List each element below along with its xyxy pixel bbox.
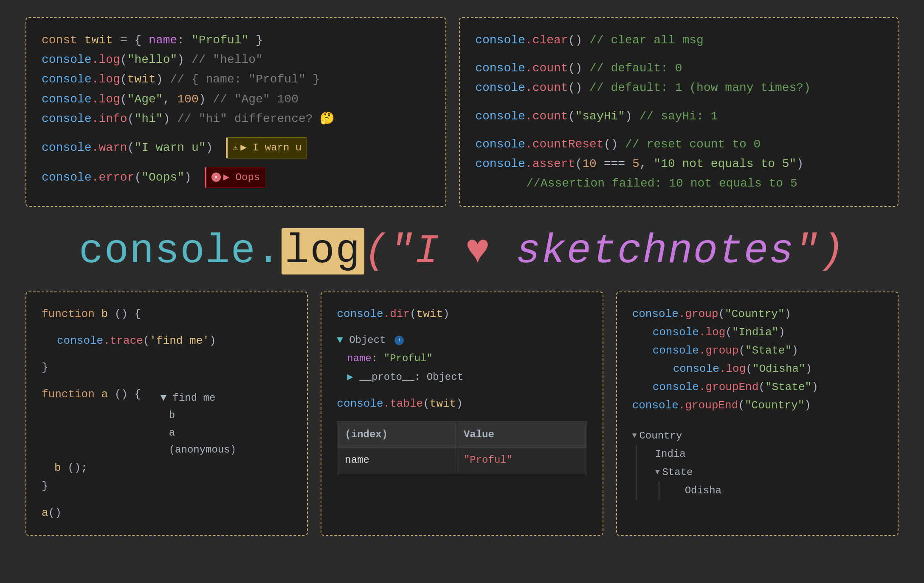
warn-label: ▶ I warn u xyxy=(240,139,301,156)
bottom-right-card: console.group("Country") console.log("In… xyxy=(616,292,899,536)
table-header-index: (index) xyxy=(337,422,456,447)
top-right-card: console.clear() // clear all msg console… xyxy=(459,17,899,207)
bl-fn-b: function b () { xyxy=(42,305,292,323)
tr-line-3: console.count() // default: 1 (how many … xyxy=(475,78,882,98)
console-table: (index) Value name "Proful" xyxy=(337,422,587,473)
table-cell-key: name xyxy=(337,447,456,473)
headline-sketch: sketchnotes xyxy=(491,228,794,275)
bm-table-code: console.table(twit) xyxy=(337,395,587,413)
headline-log: log xyxy=(282,228,364,275)
headline-heart: ♥ xyxy=(465,228,491,275)
bl-close-a: } xyxy=(42,477,292,495)
headline: console.log("I ♥ sketchnotes") xyxy=(79,228,845,275)
headline-str-open: ("I xyxy=(364,228,465,275)
tr-line-6: console.assert(10 === 5, "10 not equals … xyxy=(475,154,882,174)
table-cell-value: "Proful" xyxy=(456,447,587,473)
code-line-2: console.log("hello") // "hello" xyxy=(42,50,430,70)
tr-line-1: console.clear() // clear all msg xyxy=(475,31,882,50)
br-log-india: console.log("India") xyxy=(632,323,882,342)
tr-line-5: console.countReset() // reset count to 0 xyxy=(475,135,882,154)
group-state-row: ▼ State xyxy=(648,463,882,481)
br-groupend-state: console.groupEnd("State") xyxy=(632,378,882,396)
code-line-5: console.info("hi") // "hi" difference? 🤔 xyxy=(42,109,430,129)
trace-output: ▼ find me b a (anonymous) xyxy=(161,390,236,459)
trace-line-2: b xyxy=(161,407,236,425)
br-group-country: console.group("Country") xyxy=(632,305,882,323)
group-odisha-text: Odisha xyxy=(685,485,721,496)
warn-badge: ⚠ ▶ I warn u xyxy=(226,137,307,158)
bl-trace: console.trace('find me') xyxy=(42,332,292,350)
group-country-row: ▼ Country xyxy=(632,427,882,445)
bottom-row: function b () { console.trace('find me')… xyxy=(25,292,899,536)
top-row: const twit = { name: "Proful" } console.… xyxy=(25,17,899,207)
bl-close-b: } xyxy=(42,359,292,377)
top-left-card: const twit = { name: "Proful" } console.… xyxy=(25,17,446,207)
table-header-value: Value xyxy=(456,422,587,447)
dir-name-prop: name: "Proful" xyxy=(337,349,587,368)
tr-line-2: console.count() // default: 0 xyxy=(475,59,882,78)
error-label: ▶ Oops xyxy=(223,169,260,186)
tr-line-7: //Assertion failed: 10 not equals to 5 xyxy=(475,174,882,193)
code-line-1: const twit = { name: "Proful" } xyxy=(42,31,430,50)
group-odisha-value: Odisha xyxy=(678,481,882,500)
headline-str-close: ") xyxy=(794,228,845,275)
headline-prefix: console. xyxy=(79,228,282,275)
bottom-left-card: function b () { console.trace('find me')… xyxy=(25,292,308,536)
bl-fn-a-start: function a () { ▼ find me b a (anonymous… xyxy=(42,385,292,459)
dir-proto: ▶ __proto__: Object xyxy=(337,368,587,386)
code-line-warn: console.warn("I warn u") ⚠ ▶ I warn u xyxy=(42,137,430,158)
bottom-mid-card: console.dir(twit) ▼ Object i name: "Prof… xyxy=(321,292,603,536)
bl-call-b: b (); xyxy=(42,459,292,477)
group-india-text: India xyxy=(655,448,686,460)
code-line-4: console.log("Age", 100) // "Age" 100 xyxy=(42,90,430,109)
group-state-label: State xyxy=(662,463,693,481)
trace-line-3: a xyxy=(161,425,236,442)
code-line-3: console.log(twit) // { name: "Proful" } xyxy=(42,70,430,89)
code-line-error: console.error("Oops") ✕ ▶ Oops xyxy=(42,167,430,188)
tr-line-4: console.count("sayHi") // sayHi: 1 xyxy=(475,107,882,126)
info-badge: i xyxy=(394,336,404,345)
dir-object: ▼ Object i xyxy=(337,331,587,349)
group-country-label: Country xyxy=(639,427,682,445)
table-row: name "Proful" xyxy=(337,447,587,473)
error-badge: ✕ ▶ Oops xyxy=(205,167,265,188)
group-output: ▼ Country India ▼ State Odisha xyxy=(632,427,882,500)
trace-line-4: (anonymous) xyxy=(161,441,236,459)
dir-output: ▼ Object i name: "Proful" ▶ __proto__: O… xyxy=(337,331,587,386)
bm-dir-code: console.dir(twit) xyxy=(337,305,587,323)
bl-call-a: a() xyxy=(42,504,292,522)
br-groupend-country: console.groupEnd("Country") xyxy=(632,396,882,415)
br-log-odisha: console.log("Odisha") xyxy=(632,360,882,378)
br-group-state: console.group("State") xyxy=(632,342,882,360)
group-india-value: India xyxy=(648,445,882,463)
trace-line-1: ▼ find me xyxy=(161,390,236,407)
